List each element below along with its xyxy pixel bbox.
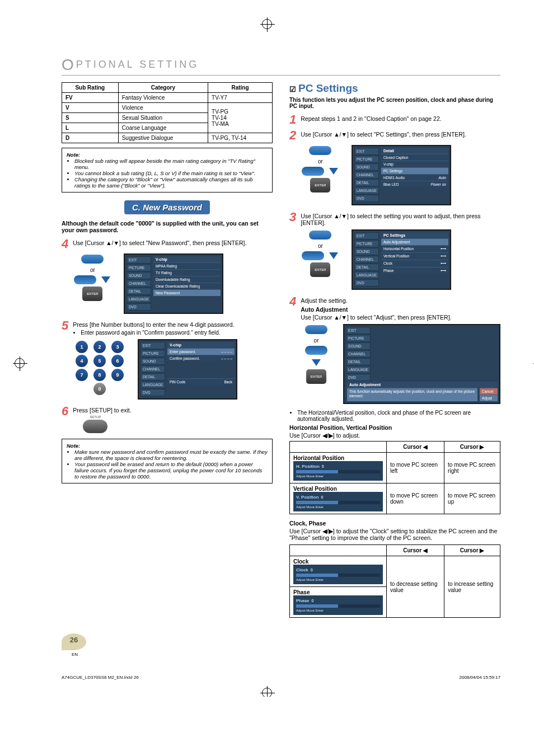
- th-rating: Rating: [208, 83, 273, 93]
- cursor-down-icon: [302, 167, 324, 176]
- pc-step-1: 1 Repeat steps 1 and 2 in "Closed Captio…: [289, 114, 500, 126]
- remote-pad: or ENTER: [301, 229, 340, 277]
- menu-side-item: LANGUAGE: [140, 381, 165, 388]
- note-box-1: Note: Blocked sub rating will appear bes…: [62, 148, 273, 192]
- menu-side-item: SOUND: [354, 248, 379, 255]
- menu-row: Phase⟷: [381, 267, 448, 274]
- step-4-newpass: 4 Use [Cursor ▲/▼] to select "New Passwo…: [62, 238, 273, 250]
- menu-row: Clear Downloadable Rating: [153, 283, 221, 289]
- cell: TV-Y7: [208, 93, 273, 103]
- newpass-intro: Although the default code "0000" is supp…: [62, 220, 273, 233]
- cell: V: [62, 103, 119, 113]
- menu-header: V-chip: [153, 256, 221, 262]
- arrow-down-icon: [101, 276, 110, 283]
- enter-button-icon: ENTER: [306, 369, 326, 384]
- menu-row: Vertical Position⟷: [381, 252, 448, 260]
- step-text: Repeat steps 1 and 2 in "Closed Caption"…: [301, 115, 441, 122]
- page-lang: EN: [72, 652, 78, 657]
- step-text: Adjust the setting.: [301, 297, 347, 304]
- cursor-up-icon: [309, 146, 331, 155]
- page-footer: 26 EN: [62, 633, 500, 657]
- menu-header: V-chip: [167, 342, 235, 348]
- enter-button-icon: ENTER: [310, 262, 330, 277]
- cursor-up-icon: [305, 325, 327, 334]
- menu-side-item: DVD: [127, 303, 151, 311]
- cell: to move PC screen right: [444, 453, 500, 483]
- cell: Violence: [118, 103, 208, 113]
- cell: FV: [62, 93, 119, 103]
- menu-row: Downloadable Rating: [153, 276, 221, 283]
- panel-phase: Phase 0Adjust Move Enter: [293, 595, 383, 615]
- pc-step-2: 2 Use [Cursor ▲/▼] to select "PC Setting…: [289, 129, 500, 142]
- cell: to move PC screen down: [386, 483, 444, 514]
- menu-row: Enter password.– – – –: [167, 348, 235, 355]
- footer-left: A74GCUE_LD370SS8 M2_EN.indd 26: [62, 675, 139, 680]
- menu-side-item: EXIT: [140, 342, 165, 349]
- cell: TV-PG, TV-14: [208, 133, 273, 143]
- menu-side-item: CHANNEL: [354, 256, 379, 263]
- th-cursor-left: Cursor ◀: [386, 545, 444, 556]
- menu-side-item: PICTURE: [354, 240, 379, 247]
- key-6: 6: [111, 355, 124, 367]
- arrow-down-icon: [329, 168, 338, 175]
- auto-bullet-text: The Horizontal/Vertical position, clock …: [297, 410, 500, 422]
- menu-side-item: SOUND: [140, 358, 165, 365]
- menu-side-item: DETAIL: [140, 373, 165, 381]
- key-2: 2: [93, 341, 106, 353]
- pc-step-3: 3 Use [Cursor ▲/▼] to select the setting…: [289, 211, 500, 226]
- osd-menu-pcsettings: EXIT PICTURE SOUND CHANNEL DETAIL LANGUA…: [352, 229, 451, 290]
- number-keypad: 123 456 789 0: [73, 339, 127, 397]
- key-8: 8: [93, 369, 106, 381]
- menu-side-item: PICTURE: [140, 350, 165, 357]
- menu-side-item: EXIT: [354, 148, 379, 155]
- new-password-heading-text: C. New Password: [124, 200, 210, 214]
- row-label: Clock: [293, 558, 383, 565]
- setup-label: SETUP: [73, 415, 118, 419]
- menu-row: TV Rating: [153, 269, 221, 276]
- menu-side-item: PICTURE: [354, 156, 379, 163]
- note-item: You cannot block a sub rating (D, L, S o…: [74, 170, 268, 176]
- panel-v-position: V. Position 0Adjust Move Enter: [293, 492, 383, 511]
- note-item: Changing the category to "Block" or "Vie…: [74, 176, 268, 189]
- menu-side-item: LANGUAGE: [354, 271, 379, 279]
- menu-row: HDMI1 AudioAuto: [381, 174, 448, 181]
- step-number-icon: 6: [62, 405, 68, 434]
- setup-button-icon: [83, 420, 107, 433]
- or-label: or: [73, 267, 113, 273]
- menu-row-selected: Auto Adjustment: [381, 238, 448, 245]
- step-5-newpass: 5 Press [the Number buttons] to enter th…: [62, 320, 273, 336]
- menu-row-selected: New Password: [153, 289, 221, 296]
- hv-row: Horizontal Position H. Position 0Adjust …: [290, 453, 387, 483]
- menu-side-item: DVD: [346, 374, 371, 381]
- menu-side-item: CHANNEL: [140, 365, 165, 373]
- osd-menu-autoadjust: EXIT PICTURE SOUND CHANNEL DETAIL LANGUA…: [343, 324, 500, 404]
- menu-row-selected: PC Settings: [381, 167, 448, 174]
- menu-side-item: CHANNEL: [127, 280, 151, 287]
- cursor-down-icon: [74, 275, 96, 284]
- registration-mark-left: [15, 358, 25, 368]
- remote-pad: or ENTER: [301, 145, 340, 192]
- menu-side-item: SOUND: [346, 342, 371, 350]
- cp-row: Phase Phase 0Adjust Move Enter: [290, 587, 387, 618]
- th-cat: Category: [118, 83, 208, 93]
- menu-row: Confirm password.– – – –: [167, 355, 235, 361]
- menu-side-item: EXIT: [127, 256, 151, 264]
- cell: Fantasy Violence: [118, 93, 208, 103]
- menu-side-item: DETAIL: [127, 288, 151, 295]
- menu-side-item: EXIT: [346, 327, 371, 334]
- step-number-icon: 2: [289, 129, 296, 142]
- step-text: Use [Cursor ▲/▼] to select "New Password…: [73, 240, 246, 246]
- osd-menu-vchip: EXIT PICTURE SOUND CHANNEL DETAIL LANGUA…: [124, 253, 223, 314]
- th-cursor-left: Cursor ◀: [386, 442, 444, 453]
- cell: D: [62, 133, 119, 143]
- menu-side-item: CHANNEL: [354, 171, 379, 179]
- menu-side-item: PICTURE: [346, 335, 371, 342]
- menu-side-item: LANGUAGE: [354, 187, 379, 194]
- hv-head: Horizontal Position, Vertical Position: [289, 424, 500, 431]
- auto-bullet: The Horizontal/Vertical position, clock …: [289, 410, 500, 422]
- menu-header: Auto Adjustment: [347, 382, 498, 388]
- step-text: Press [SETUP] to exit.: [73, 407, 131, 414]
- pc-desc: This function lets you adjust the PC scr…: [289, 97, 500, 109]
- osd-menu-detail: EXIT PICTURE SOUND CHANNEL DETAIL LANGUA…: [352, 145, 451, 205]
- row-label: Horizontal Position: [293, 455, 383, 461]
